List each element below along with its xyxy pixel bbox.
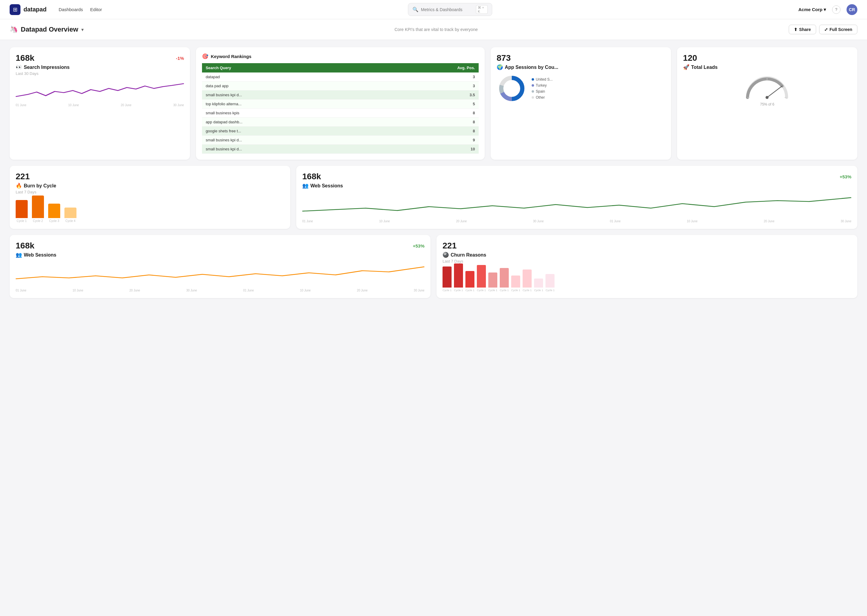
dashboard-emoji: 🦄 bbox=[9, 25, 18, 33]
churn-reasons-subtitle: Last 7 Days bbox=[443, 259, 851, 264]
burn-bar-group: Cycle 2 bbox=[32, 195, 44, 223]
keyword-table: Search Query Avg. Pos. datapad3data pad … bbox=[202, 63, 479, 154]
main-content: 168k -1% 👀 Search Impressions Last 30 Da… bbox=[0, 40, 867, 311]
search-impressions-value: 168k bbox=[16, 53, 34, 63]
search-bar[interactable]: 🔍 ⌘ + K bbox=[408, 3, 492, 16]
nav-editor[interactable]: Editor bbox=[90, 7, 102, 12]
churn-bar-group: Cycle 1 bbox=[477, 265, 486, 292]
total-leads-emoji: 🚀 bbox=[683, 64, 689, 71]
burn-bar bbox=[48, 204, 60, 218]
burn-bar bbox=[32, 195, 44, 218]
keyword-table-row: top klipfolio alterna...5 bbox=[202, 99, 479, 108]
search-impressions-change: -1% bbox=[176, 56, 184, 61]
churn-bar-group: Cycle 1 bbox=[465, 271, 474, 292]
svg-point-5 bbox=[766, 96, 769, 99]
donut-legend: United S... Turkey Spain Other bbox=[532, 77, 553, 99]
search-impressions-x-labels: 01 June 10 June 20 June 30 June bbox=[16, 104, 184, 107]
keyword-table-row: google shets free t...8 bbox=[202, 127, 479, 136]
web-sessions-top-chart: 01 June 10 June 20 June 30 June 01 June … bbox=[302, 193, 851, 223]
svg-line-4 bbox=[767, 86, 782, 97]
dashboard-header: 🦄 Datapad Overview ▾ Core KPI's that are… bbox=[0, 19, 867, 40]
churn-bar-group: Cycle 1 bbox=[443, 267, 452, 292]
dashboard-title: Datapad Overview bbox=[21, 25, 78, 33]
kw-query: small busines kpi d... bbox=[202, 91, 379, 99]
web-sessions-bottom-card: 168k +53% 👥 Web Sessions 01 June 10 June… bbox=[9, 235, 430, 298]
web-sessions-bottom-change: +53% bbox=[413, 244, 424, 248]
app-sessions-title: App Sessions by Cou... bbox=[505, 64, 558, 70]
search-input[interactable] bbox=[421, 7, 473, 12]
total-leads-gauge: 75% of 6 bbox=[683, 73, 851, 107]
web-sessions-top-card: 168k +53% 👥 Web Sessions 01 June 10 June… bbox=[296, 166, 858, 229]
churn-bar-label: Cycle 1 bbox=[545, 289, 555, 292]
web-sessions-top-title: Web Sessions bbox=[311, 183, 343, 189]
churn-bar bbox=[454, 264, 463, 288]
kw-query: top klipfolio alterna... bbox=[202, 99, 379, 108]
churn-bar-group: Cycle 1 bbox=[545, 274, 555, 292]
kw-pos: 3 bbox=[379, 72, 479, 82]
share-button[interactable]: ⬆ Share bbox=[789, 25, 816, 34]
kw-query: google shets free t... bbox=[202, 127, 379, 136]
churn-bar-chart: Cycle 1 Cycle 1 Cycle 1 Cycle 1 Cycle 1 … bbox=[443, 268, 851, 292]
web-sessions-bottom-value: 168k bbox=[16, 241, 34, 251]
burn-by-cycle-title: Burn by Cycle bbox=[24, 183, 56, 189]
search-impressions-emoji: 👀 bbox=[16, 64, 22, 71]
churn-bar-label: Cycle 1 bbox=[534, 289, 543, 292]
kw-pos: 3 bbox=[379, 82, 479, 91]
app-sessions-emoji: 🌍 bbox=[497, 64, 503, 71]
burn-bar-label: Cycle 4 bbox=[65, 219, 75, 223]
kw-pos: 9 bbox=[379, 136, 479, 145]
app-sessions-donut: United S... Turkey Spain Other bbox=[497, 73, 665, 104]
churn-bar-label: Cycle 1 bbox=[523, 289, 532, 292]
keyword-rankings-emoji: 🎯 bbox=[202, 53, 208, 60]
keyword-rankings-title: Keyword Rankings bbox=[211, 54, 251, 59]
app-sessions-value: 873 bbox=[497, 53, 511, 63]
header-right: Acme Corp ▾ ? CR bbox=[798, 4, 858, 15]
web-sessions-top-emoji: 👥 bbox=[302, 182, 309, 189]
logo-icon: ⊞ bbox=[9, 4, 20, 15]
user-avatar[interactable]: CR bbox=[847, 4, 858, 15]
churn-bar-label: Cycle 1 bbox=[443, 289, 452, 292]
total-leads-card: 120 🚀 Total Leads bbox=[677, 47, 858, 160]
total-leads-title: Total Leads bbox=[691, 64, 718, 70]
kw-query: small busines kpi d... bbox=[202, 145, 379, 154]
web-sessions-bottom-x-labels: 01 June 10 June 20 June 30 June 01 June … bbox=[16, 289, 424, 292]
churn-bar bbox=[443, 267, 452, 288]
burn-by-cycle-subtitle: Last 7 Days bbox=[16, 190, 284, 194]
kw-col2: Avg. Pos. bbox=[379, 63, 479, 72]
keyword-rankings-card: 🎯 Keyword Rankings Search Query Avg. Pos… bbox=[196, 47, 485, 160]
legend-item-3: Other bbox=[532, 95, 553, 99]
keyword-table-row: app datapad dashb...8 bbox=[202, 118, 479, 127]
nav-dashboards[interactable]: Dashboards bbox=[59, 7, 83, 12]
search-impressions-chart: 01 June 10 June 20 June 30 June bbox=[16, 80, 184, 107]
total-leads-value: 120 bbox=[683, 53, 697, 63]
web-sessions-bottom-chart: 01 June 10 June 20 June 30 June 01 June … bbox=[16, 262, 424, 292]
dashboard-chevron-icon[interactable]: ▾ bbox=[81, 27, 84, 33]
legend-item-0: United S... bbox=[532, 77, 553, 82]
help-button[interactable]: ? bbox=[832, 5, 840, 14]
burn-bar-group: Cycle 3 bbox=[48, 204, 60, 223]
burn-bar-label: Cycle 1 bbox=[17, 219, 27, 223]
keyword-table-row: small busines kpi d...10 bbox=[202, 145, 479, 154]
burn-bar bbox=[65, 207, 76, 218]
churn-bar-group: Cycle 1 bbox=[500, 268, 509, 292]
burn-bar-group: Cycle 4 bbox=[65, 207, 76, 223]
burn-by-cycle-emoji: 🔥 bbox=[16, 182, 22, 189]
gauge-label: 75% of 6 bbox=[760, 102, 774, 107]
churn-bar-label: Cycle 1 bbox=[511, 289, 520, 292]
search-impressions-card: 168k -1% 👀 Search Impressions Last 30 Da… bbox=[9, 47, 190, 160]
churn-bar-group: Cycle 1 bbox=[523, 269, 532, 292]
logo-area: ⊞ datapad bbox=[9, 4, 47, 15]
churn-bar bbox=[511, 275, 520, 288]
burn-by-cycle-value: 221 bbox=[16, 172, 30, 181]
web-sessions-top-value: 168k bbox=[302, 172, 321, 181]
churn-bar bbox=[500, 268, 509, 288]
fullscreen-icon: ⤢ bbox=[824, 27, 828, 32]
web-sessions-top-change: +53% bbox=[840, 174, 851, 179]
churn-bar-group: Cycle 1 bbox=[488, 272, 497, 292]
kw-pos: 8 bbox=[379, 108, 479, 118]
search-kbd: ⌘ + K bbox=[476, 5, 488, 14]
fullscreen-button[interactable]: ⤢ Full Screen bbox=[819, 25, 858, 34]
acme-corp-selector[interactable]: Acme Corp ▾ bbox=[798, 7, 826, 13]
kw-pos: 10 bbox=[379, 145, 479, 154]
kw-pos: 3.5 bbox=[379, 91, 479, 99]
